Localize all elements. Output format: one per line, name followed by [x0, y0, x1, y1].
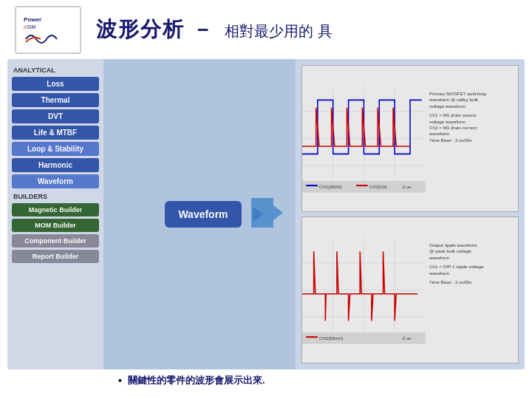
svg-text:waveform @ valley bulk: waveform @ valley bulk [429, 97, 479, 102]
header-title: 波形分析 － 相對最少用的 具 [96, 16, 332, 44]
arrow-right-icon [248, 191, 284, 235]
header: Power eSIM 波形分析 － 相對最少用的 具 [0, 0, 532, 59]
sidebar-item-dvt[interactable]: DVT [12, 109, 99, 123]
svg-text:Power: Power [24, 16, 41, 23]
footer: Getting Start on Power.Esim Power.ELab L… [0, 389, 532, 399]
svg-text:Output ripple waveform: Output ripple waveform [429, 242, 477, 248]
sidebar-item-loss[interactable]: Loss [12, 77, 99, 91]
svg-text:CH2[1A]: CH2[1A] [369, 184, 387, 189]
main-content: ANALYTICAL Loss Thermal DVT Life & MTBF … [7, 59, 525, 369]
sidebar-item-harmonic[interactable]: Harmonic [12, 158, 99, 172]
builders-label: BUILDERS [12, 193, 99, 200]
svg-text:waveform: waveform [429, 131, 449, 136]
sidebar-item-report-builder[interactable]: Report Builder [12, 250, 99, 263]
chart-1: CH1[300V] CH2[1A] 2 us Primary MOSFET sw… [301, 65, 519, 212]
svg-text:voltage waveform: voltage waveform [429, 119, 466, 124]
svg-text:waveform: waveform [429, 255, 449, 260]
svg-text:Ch1 = O/P 1 ripple voltage: Ch1 = O/P 1 ripple voltage [429, 264, 484, 269]
svg-text:2 us: 2 us [403, 184, 412, 189]
chart-2: CH1[50mV] 2 us Output ripple waveform @ … [301, 216, 519, 364]
sidebar-item-life-mtbf[interactable]: Life & MTBF [12, 126, 99, 140]
logo-icon: Power eSIM [22, 11, 74, 48]
svg-text:Time Base : 2 us/Div: Time Base : 2 us/Div [429, 279, 472, 284]
svg-text:Ch2 = M1 drain current: Ch2 = M1 drain current [429, 125, 477, 130]
waveform-callout: Waveform [165, 201, 241, 228]
chart-1-svg: CH1[300V] CH2[1A] 2 us Primary MOSFET sw… [302, 66, 518, 211]
sidebar-item-loop-stability[interactable]: Loop & Stability [12, 142, 99, 156]
svg-rect-31 [306, 336, 318, 338]
logo-area: Power eSIM [15, 6, 81, 54]
svg-rect-12 [356, 185, 368, 186]
bullet-section: • 關鍵性的零件的波形會展示出來. [0, 369, 532, 389]
chart-2-svg: CH1[50mV] 2 us Output ripple waveform @ … [302, 217, 518, 363]
charts-panel: CH1[300V] CH2[1A] 2 us Primary MOSFET sw… [296, 59, 525, 369]
svg-text:Ch1 = M1 drain source: Ch1 = M1 drain source [429, 112, 477, 117]
svg-text:@ peak bulk voltage: @ peak bulk voltage [429, 248, 471, 253]
sidebar-item-waveform[interactable]: Waveform [12, 174, 99, 188]
svg-text:CH1[50mV]: CH1[50mV] [319, 335, 344, 341]
svg-rect-10 [306, 185, 318, 186]
svg-text:CH1[300V]: CH1[300V] [319, 184, 342, 189]
analytical-label: ANALYTICAL [12, 66, 99, 74]
svg-text:eSIM: eSIM [24, 24, 36, 30]
sidebar-item-mom-builder[interactable]: MOM Builder [12, 219, 99, 232]
svg-text:Time Base : 2 us/Div: Time Base : 2 us/Div [429, 137, 472, 143]
bullet-text: 關鍵性的零件的波形會展示出來. [128, 374, 265, 387]
center-panel: Waveform [103, 59, 296, 369]
svg-text:voltage waveform: voltage waveform [429, 103, 466, 109]
svg-text:2 us: 2 us [403, 335, 412, 341]
svg-text:Primary MOSFET switching: Primary MOSFET switching [429, 91, 486, 96]
sidebar-item-component-builder[interactable]: Component Builder [12, 234, 99, 248]
bullet-icon: • [118, 375, 122, 386]
sidebar-item-magnetic-builder[interactable]: Magnetic Builder [12, 203, 99, 216]
sidebar-item-thermal[interactable]: Thermal [12, 93, 99, 107]
svg-text:waveform: waveform [429, 270, 449, 276]
sidebar: ANALYTICAL Loss Thermal DVT Life & MTBF … [7, 59, 103, 369]
